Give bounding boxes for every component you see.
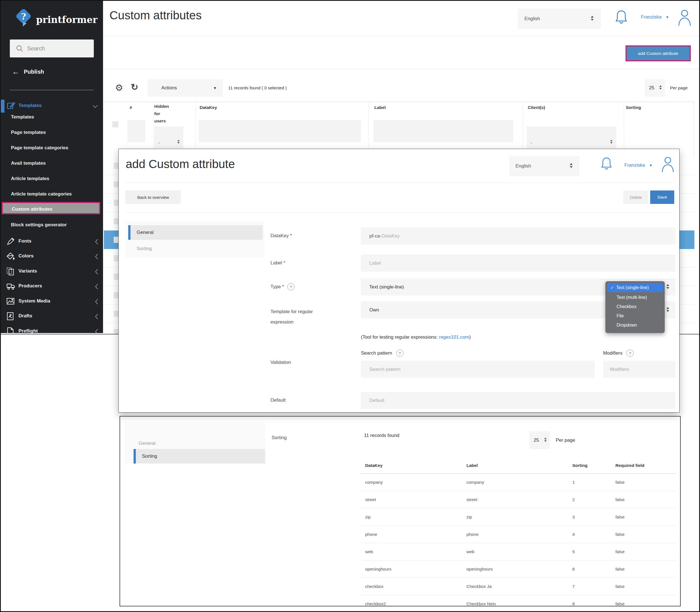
menu-item-dropdown[interactable]: Dropdown — [607, 320, 663, 330]
column-header-required-field[interactable]: Required field — [615, 463, 644, 468]
table-row[interactable]: zipzip3false — [361, 509, 676, 526]
select-all-checkbox[interactable] — [112, 121, 118, 127]
sidebar: ? printformer Search ← Publish Templates — [1, 1, 103, 333]
column-header-datakey[interactable]: DataKey — [365, 463, 382, 468]
column-header-label[interactable]: Label — [466, 463, 478, 468]
page-size-select[interactable]: 25 — [529, 431, 550, 449]
chevron-left-icon — [95, 329, 99, 333]
dialog-language-select[interactable]: English — [509, 156, 579, 176]
svg-text:?: ? — [21, 12, 26, 22]
search-pattern-label-row: Search pattern ? — [361, 350, 404, 357]
chevron-left-icon — [95, 239, 99, 246]
table-row[interactable]: webweb5false — [361, 543, 676, 560]
delete-button[interactable]: Delete — [623, 191, 648, 204]
column-header-sorting[interactable]: Sorting — [572, 463, 587, 468]
sidebar-section-system-media[interactable]: System Media — [1, 296, 103, 307]
label-filter-input[interactable] — [373, 120, 513, 142]
publish-label: Publish — [24, 69, 44, 75]
sidebar-item-page-template-categories[interactable]: Page template categories — [1, 141, 103, 155]
menu-item-checkbox[interactable]: Checkbox — [607, 302, 663, 311]
datakey-input[interactable]: pf-ca-DataKey — [361, 227, 675, 245]
sidebar-item-page-templates[interactable]: Page templates — [1, 125, 103, 140]
pdf-icon — [6, 312, 15, 321]
publish-back-link[interactable]: ← Publish — [12, 68, 44, 75]
sidebar-item-article-template-categories[interactable]: Article template categories — [1, 187, 103, 201]
screenshot-frame: ? printformer Search ← Publish Templates — [0, 0, 700, 612]
sidebar-section-preflight[interactable]: Preflight — [1, 326, 103, 333]
bell-icon[interactable] — [601, 156, 612, 172]
question-circle-icon[interactable]: ? — [396, 350, 404, 357]
stepper-icon — [544, 437, 547, 444]
column-header-number[interactable]: # — [130, 105, 132, 110]
menu-item-text-multi-line[interactable]: Text (multi-line) — [607, 293, 663, 302]
sidebar-section-colors[interactable]: Colors — [1, 251, 103, 262]
label-input[interactable]: Label — [361, 255, 675, 272]
search-input[interactable]: Search — [10, 40, 94, 57]
column-header-clients[interactable]: Client(s) — [528, 105, 545, 110]
column-header-sorting[interactable]: Sorting — [626, 105, 641, 110]
chevron-left-icon — [95, 314, 99, 321]
sidebar-section-variants[interactable]: Variants — [1, 266, 103, 277]
regex101-link[interactable]: regex101.com — [439, 334, 469, 340]
add-custom-attribute-button[interactable]: add Custom attribute — [627, 46, 690, 60]
tab-sorting[interactable]: Sorting — [137, 246, 152, 251]
question-circle-icon[interactable]: ? — [626, 350, 634, 357]
table-row[interactable]: openinghoursopeninghours6false — [361, 560, 676, 578]
pencil-icon — [6, 237, 15, 246]
datakey-filter-input[interactable] — [198, 120, 361, 142]
stepper-icon — [666, 283, 670, 291]
paint-bucket-icon — [6, 252, 15, 261]
modifiers-input[interactable]: Modifiers — [603, 361, 675, 378]
sorting-field-label: Sorting — [271, 435, 287, 441]
table-row[interactable]: companycompany1false — [361, 474, 676, 491]
sidebar-section-fonts[interactable]: Fonts — [1, 236, 103, 247]
search-placeholder: Search — [27, 45, 45, 52]
document-icon — [6, 327, 15, 333]
user-name: Franziska — [625, 163, 645, 168]
question-circle-icon[interactable]: ? — [287, 283, 295, 290]
sidebar-item-article-templates[interactable]: Article templates — [1, 171, 103, 186]
table-row[interactable]: phonephone4false — [361, 526, 676, 543]
person-icon[interactable] — [661, 156, 674, 174]
clients-filter-select[interactable]: - — [527, 126, 616, 148]
stepper-icon — [177, 139, 180, 145]
chevron-down-icon — [93, 104, 98, 109]
stepper-icon — [610, 139, 613, 145]
dialog-title: add Custom attribute — [126, 157, 235, 171]
table-row[interactable]: checkbox2Checkbox Nein8false — [361, 595, 676, 607]
back-to-overview-button[interactable]: Back to overview — [125, 191, 181, 204]
sidebar-item-custom-attributes[interactable]: Custom attributes — [2, 202, 100, 214]
arrow-left-icon: ← — [12, 68, 19, 75]
tab-sorting[interactable]: Sorting — [134, 449, 265, 463]
caret-down-icon: ▼ — [649, 163, 653, 167]
checkmark-icon: ✓ — [611, 285, 614, 290]
active-tab-bar — [128, 225, 130, 240]
number-filter-input[interactable] — [127, 120, 145, 142]
sidebar-item-templates[interactable]: Templates — [1, 110, 103, 124]
table-row[interactable]: streetstreet2false — [361, 491, 676, 509]
chevron-left-icon — [95, 298, 99, 306]
add-custom-attribute-dialog: add Custom attribute English Franziska ▼… — [118, 149, 680, 413]
tab-general[interactable]: General — [139, 441, 155, 446]
default-input[interactable]: Default — [361, 392, 675, 409]
sidebar-section-drafts[interactable]: Drafts — [1, 311, 103, 322]
stepper-icon — [569, 163, 573, 170]
tab-general[interactable]: General — [128, 225, 263, 240]
dialog-user-menu[interactable]: Franziska ▼ — [625, 163, 653, 168]
menu-item-text-single-line[interactable]: ✓ Text (single-line) — [607, 283, 663, 292]
default-label: Default — [270, 398, 285, 403]
table-row[interactable]: checkboxCheckbox Ja7false — [361, 578, 676, 595]
search-icon — [16, 45, 23, 52]
column-header-hidden-for-users[interactable]: Hidden for users — [154, 103, 169, 125]
column-header-label[interactable]: Label — [374, 105, 386, 110]
column-header-datakey[interactable]: DataKey — [200, 105, 217, 110]
sidebar-item-avail-templates[interactable]: Avail templates — [1, 156, 103, 170]
save-button[interactable]: Save — [650, 191, 674, 204]
chevron-left-icon — [95, 269, 99, 276]
menu-item-file[interactable]: File — [607, 311, 663, 320]
chevron-left-icon — [95, 283, 99, 291]
hidden-filter-select[interactable]: - — [154, 126, 183, 148]
sidebar-item-block-settings-generator[interactable]: Block settings generator — [1, 218, 103, 232]
sidebar-section-producers[interactable]: Producers — [1, 281, 103, 292]
search-pattern-input[interactable]: Search pattern — [361, 361, 595, 378]
